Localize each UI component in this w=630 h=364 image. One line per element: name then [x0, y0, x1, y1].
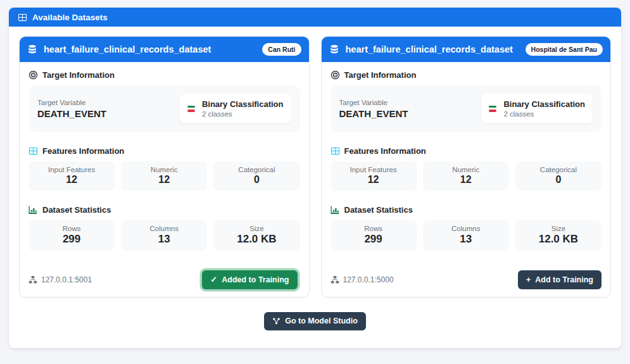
available-datasets-panel: Available Datasets heart_failure_clinica… [9, 8, 621, 348]
section-title: Target Information [42, 70, 115, 80]
classification-type: Binary Classification [503, 99, 585, 109]
target-variable-block: Target Variable DEATH_EVENT [339, 99, 408, 119]
dataset-source-badge: Hospital de Sant Pau [526, 43, 603, 56]
database-icon [329, 44, 339, 54]
bar-chart-icon [331, 205, 340, 215]
features-stats-row: Input Features 12 Numeric 12 Categorical… [331, 161, 602, 191]
panel-header: Available Datasets [9, 8, 621, 27]
dataset-card-hospital-de-sant-pau: heart_failure_clinical_records_dataset H… [321, 36, 612, 298]
classification-card: Binary Classification 2 classes [481, 94, 593, 123]
model-studio-row: Go to Model Studio [19, 312, 611, 330]
section-title: Target Information [344, 70, 417, 80]
stat-label: Size [216, 225, 297, 232]
dataset-stat-box: Rows 299 [28, 220, 115, 251]
stat-value: 13 [425, 233, 507, 246]
dataset-cards-row: heart_failure_clinical_records_dataset C… [19, 36, 611, 298]
target-variable-block: Target Variable DEATH_EVENT [37, 99, 106, 119]
classification-type: Binary Classification [202, 99, 284, 109]
stat-value: 299 [31, 233, 112, 246]
classification-text: Binary Classification 2 classes [202, 99, 284, 118]
features-table-icon [331, 146, 340, 156]
added-to-training-button[interactable]: ✓ Added to Training [202, 270, 297, 289]
features-stats-row: Input Features 12 Numeric 12 Categorical… [28, 161, 300, 191]
classification-classes: 2 classes [503, 110, 585, 118]
dataset-source-badge: Can Ruti [262, 43, 301, 56]
stat-label: Input Features [31, 166, 112, 173]
target-variable-box: Target Variable DEATH_EVENT Binary Class… [331, 85, 602, 132]
dataset-address-text: 127.0.0.1:5000 [343, 275, 394, 284]
feature-stat-box: Categorical 0 [515, 161, 602, 191]
section-heading: Dataset Statistics [28, 205, 300, 215]
features-information-section: Features Information Input Features 12 N… [28, 146, 300, 191]
stat-value: 299 [333, 233, 414, 246]
section-title: Features Information [344, 146, 426, 156]
feature-stat-box: Input Features 12 [331, 161, 417, 191]
target-variable-value: DEATH_EVENT [339, 108, 408, 119]
target-variable-value: DEATH_EVENT [37, 108, 106, 119]
target-information-section: Target Information Target Variable DEATH… [28, 70, 300, 132]
dataset-title: heart_failure_clinical_records_dataset [346, 44, 519, 54]
panel-title: Available Datasets [32, 13, 108, 22]
stat-label: Numeric [425, 166, 507, 173]
binary-classes-icon [187, 106, 195, 112]
stat-label: Size [518, 225, 599, 232]
stat-value: 12 [333, 174, 414, 185]
stat-label: Columns [425, 225, 507, 232]
classification-card: Binary Classification 2 classes [180, 94, 291, 123]
stat-label: Categorical [518, 166, 599, 173]
network-icon [331, 275, 339, 284]
target-variable-label: Target Variable [339, 99, 408, 106]
stat-value: 0 [216, 174, 297, 185]
stat-label: Numeric [123, 166, 205, 173]
button-label: Go to Model Studio [285, 317, 358, 326]
stat-label: Rows [333, 225, 414, 232]
stat-value: 12 [31, 174, 112, 185]
feature-stat-box: Input Features 12 [28, 161, 115, 191]
stat-label: Rows [31, 225, 112, 232]
section-heading: Dataset Statistics [331, 205, 602, 215]
dataset-address-text: 127.0.0.1:5001 [41, 275, 92, 284]
stat-value: 12.0 KB [518, 233, 599, 246]
target-icon [331, 70, 340, 80]
dataset-address: 127.0.0.1:5001 [28, 275, 92, 284]
feature-stat-box: Numeric 12 [423, 161, 509, 191]
section-title: Dataset Statistics [42, 205, 111, 215]
dataset-stats-row: Rows 299 Columns 13 Size 12.0 KB [28, 220, 300, 251]
stat-value: 12 [123, 174, 205, 185]
stat-label: Columns [123, 225, 205, 232]
dataset-statistics-section: Dataset Statistics Rows 299 Columns 13 [28, 205, 300, 251]
dataset-stat-box: Size 12.0 KB [213, 220, 299, 251]
classification-classes: 2 classes [202, 110, 284, 118]
dataset-stat-box: Size 12.0 KB [515, 220, 602, 251]
dataset-stat-box: Columns 13 [121, 220, 207, 251]
add-to-training-button[interactable]: + Add to Training [518, 270, 602, 289]
target-information-section: Target Information Target Variable DEATH… [331, 70, 602, 132]
binary-classes-icon [489, 106, 496, 112]
go-to-model-studio-button[interactable]: Go to Model Studio [264, 312, 366, 330]
dataset-card-header: heart_failure_clinical_records_dataset C… [20, 37, 309, 62]
dataset-card-footer: 127.0.0.1:5000 + Add to Training [331, 270, 602, 289]
section-title: Features Information [42, 146, 124, 156]
features-table-icon [28, 146, 38, 156]
stat-label: Categorical [216, 166, 297, 173]
dataset-stats-row: Rows 299 Columns 13 Size 12.0 KB [331, 220, 602, 251]
stat-value: 12 [425, 174, 507, 185]
target-icon [28, 70, 38, 80]
section-heading: Features Information [331, 146, 602, 156]
section-title: Dataset Statistics [344, 205, 413, 215]
database-icon [27, 44, 37, 54]
dataset-statistics-section: Dataset Statistics Rows 299 Columns 13 [331, 205, 602, 251]
dataset-address: 127.0.0.1:5000 [331, 275, 394, 284]
table-grid-icon [18, 13, 27, 22]
section-heading: Features Information [28, 146, 300, 156]
dataset-card-can-ruti: heart_failure_clinical_records_dataset C… [19, 36, 310, 298]
features-information-section: Features Information Input Features 12 N… [331, 146, 602, 191]
dataset-stat-box: Rows 299 [331, 220, 417, 251]
stat-label: Input Features [333, 166, 414, 173]
target-variable-box: Target Variable DEATH_EVENT Binary Class… [28, 85, 300, 132]
plus-icon: + [526, 275, 531, 285]
section-heading: Target Information [28, 70, 300, 80]
stat-value: 13 [123, 233, 205, 246]
network-icon [28, 275, 37, 284]
dataset-card-body: Target Information Target Variable DEATH… [322, 62, 611, 297]
